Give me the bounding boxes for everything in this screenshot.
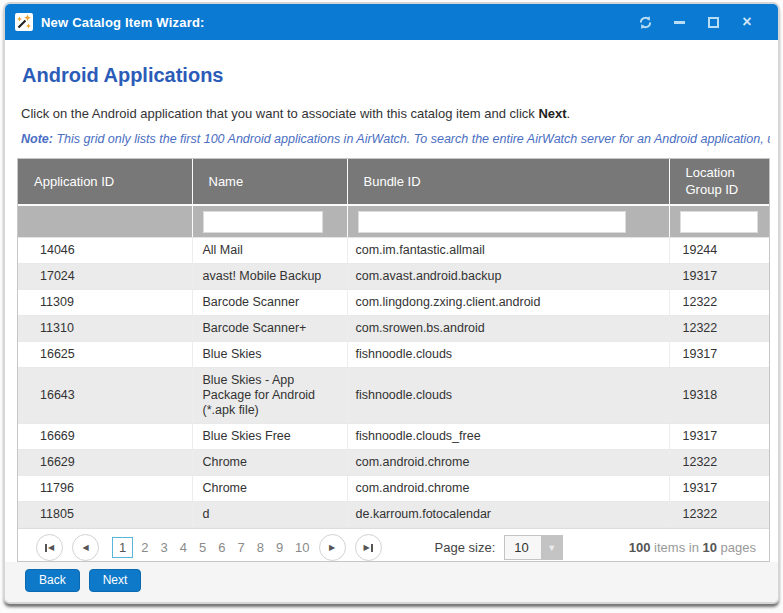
cell-location-group-id: 12322 — [669, 502, 769, 528]
next-button[interactable]: Next — [89, 569, 142, 592]
page-size-value: 10 — [505, 536, 541, 559]
page-number-8[interactable]: 8 — [253, 537, 268, 558]
location-group-id-filter-input[interactable] — [680, 211, 758, 233]
grid-row[interactable]: 11805 d de.karroum.fotocalendar 12322 — [18, 502, 769, 528]
maximize-button[interactable] — [696, 9, 730, 35]
next-page-button[interactable]: ▶ — [319, 534, 346, 561]
page-title: Android Applications — [22, 64, 770, 87]
previous-page-button[interactable]: ◀ — [72, 534, 99, 561]
page-number-10[interactable]: 10 — [291, 537, 313, 558]
refresh-icon — [638, 15, 653, 30]
refresh-button[interactable] — [628, 9, 662, 35]
cell-bundle-id: fishnoodle.clouds — [347, 368, 669, 424]
cell-location-group-id: 19318 — [669, 368, 769, 424]
page-number-4[interactable]: 4 — [176, 537, 191, 558]
name-filter-input[interactable] — [203, 211, 323, 233]
cell-name: Blue Skies Free — [192, 424, 347, 450]
cell-name: Blue Skies - App Package for Android (*.… — [192, 368, 347, 424]
window-controls: × — [628, 9, 764, 35]
page-number-list: 1 2 3 4 5 6 7 8 9 10 — [110, 537, 316, 558]
filter-cell-location-group-id — [669, 205, 769, 238]
cell-name: Chrome — [192, 476, 347, 502]
instruction-prefix: Click on the Android application that yo… — [21, 106, 538, 121]
cell-application-id: 11309 — [18, 290, 192, 316]
page-number-1[interactable]: 1 — [112, 537, 133, 558]
pages-count: 10 — [702, 540, 716, 555]
page-size-group: Page size: 10 ▼ — [435, 535, 564, 560]
cell-location-group-id: 12322 — [669, 316, 769, 342]
column-header-bundle-id[interactable]: Bundle ID — [347, 159, 669, 205]
close-button[interactable]: × — [730, 9, 764, 35]
maximize-icon — [708, 17, 719, 28]
cell-bundle-id: com.avast.android.backup — [347, 264, 669, 290]
grid-row[interactable]: 16643 Blue Skies - App Package for Andro… — [18, 368, 769, 424]
note-label: Note: — [21, 132, 53, 146]
cell-bundle-id: fishnoodle.clouds_free — [347, 424, 669, 450]
next-arrow-icon: ▶ — [329, 543, 335, 552]
wizard-content: Android Applications Click on the Androi… — [5, 40, 778, 562]
page-number-5[interactable]: 5 — [195, 537, 210, 558]
cell-bundle-id: fishnoodle.clouds — [347, 342, 669, 368]
chevron-down-icon[interactable]: ▼ — [541, 536, 562, 559]
cell-name: Blue Skies — [192, 342, 347, 368]
cell-location-group-id: 19317 — [669, 476, 769, 502]
column-header-name[interactable]: Name — [192, 159, 347, 205]
window-title: New Catalog Item Wizard: — [41, 15, 205, 30]
back-button[interactable]: Back — [25, 569, 80, 592]
cell-application-id: 16625 — [18, 342, 192, 368]
page-number-7[interactable]: 7 — [233, 537, 248, 558]
cell-application-id: 16629 — [18, 450, 192, 476]
next-arrow-icon: ▶ — [364, 543, 370, 552]
instruction-suffix: . — [567, 106, 571, 121]
applications-table: Application ID Name Bundle ID Location G… — [18, 159, 769, 529]
grid-filter-row — [18, 205, 769, 238]
pages-text: pages — [717, 540, 756, 555]
cell-bundle-id: com.srowen.bs.android — [347, 316, 669, 342]
wizard-window: New Catalog Item Wizard: × Andro — [3, 2, 780, 604]
first-page-button[interactable]: ◀ — [36, 534, 63, 561]
cell-name: All Mail — [192, 238, 347, 264]
page-size-label: Page size: — [435, 540, 496, 555]
grid-row[interactable]: 16629 Chrome com.android.chrome 12322 — [18, 450, 769, 476]
note-body: This grid only lists the first 100 Andro… — [53, 132, 770, 146]
grid-row[interactable]: 11796 Chrome com.android.chrome 19317 — [18, 476, 769, 502]
cell-application-id: 11310 — [18, 316, 192, 342]
cell-name: avast! Mobile Backup — [192, 264, 347, 290]
cell-application-id: 17024 — [18, 264, 192, 290]
page-number-3[interactable]: 3 — [156, 537, 171, 558]
cell-application-id: 14046 — [18, 238, 192, 264]
cell-name: d — [192, 502, 347, 528]
column-header-location-group-id[interactable]: Location Group ID — [669, 159, 769, 205]
cell-application-id: 11796 — [18, 476, 192, 502]
cell-bundle-id: com.lingdong.zxing.client.android — [347, 290, 669, 316]
minimize-button[interactable] — [662, 9, 696, 35]
minimize-icon — [674, 21, 685, 24]
note-text: Note: This grid only lists the first 100… — [21, 132, 770, 146]
column-header-application-id[interactable]: Application ID — [18, 159, 192, 205]
page-number-9[interactable]: 9 — [272, 537, 287, 558]
last-page-button[interactable]: ▶ — [355, 534, 382, 561]
grid-row[interactable]: 17024 avast! Mobile Backup com.avast.and… — [18, 264, 769, 290]
bundle-id-filter-input[interactable] — [358, 211, 626, 233]
wizard-icon — [15, 13, 33, 31]
cell-bundle-id: com.android.chrome — [347, 450, 669, 476]
cell-bundle-id: de.karroum.fotocalendar — [347, 502, 669, 528]
grid-row[interactable]: 16625 Blue Skies fishnoodle.clouds 19317 — [18, 342, 769, 368]
page-number-6[interactable]: 6 — [214, 537, 229, 558]
cell-location-group-id: 19317 — [669, 264, 769, 290]
filter-cell-application-id — [18, 205, 192, 238]
grid-row[interactable]: 11309 Barcode Scanner com.lingdong.zxing… — [18, 290, 769, 316]
cell-location-group-id: 12322 — [669, 450, 769, 476]
grid-row[interactable]: 11310 Barcode Scanner+ com.srowen.bs.and… — [18, 316, 769, 342]
items-text: items in — [650, 540, 702, 555]
grid-row[interactable]: 16669 Blue Skies Free fishnoodle.clouds_… — [18, 424, 769, 450]
cell-name: Barcode Scanner — [192, 290, 347, 316]
grid-row[interactable]: 14046 All Mail com.im.fantastic.allmail … — [18, 238, 769, 264]
page-size-dropdown[interactable]: 10 ▼ — [504, 535, 563, 560]
cell-name: Barcode Scanner+ — [192, 316, 347, 342]
instruction-text: Click on the Android application that yo… — [21, 106, 770, 121]
cell-application-id: 16669 — [18, 424, 192, 450]
filter-cell-name — [192, 205, 347, 238]
cell-location-group-id: 19244 — [669, 238, 769, 264]
page-number-2[interactable]: 2 — [137, 537, 152, 558]
